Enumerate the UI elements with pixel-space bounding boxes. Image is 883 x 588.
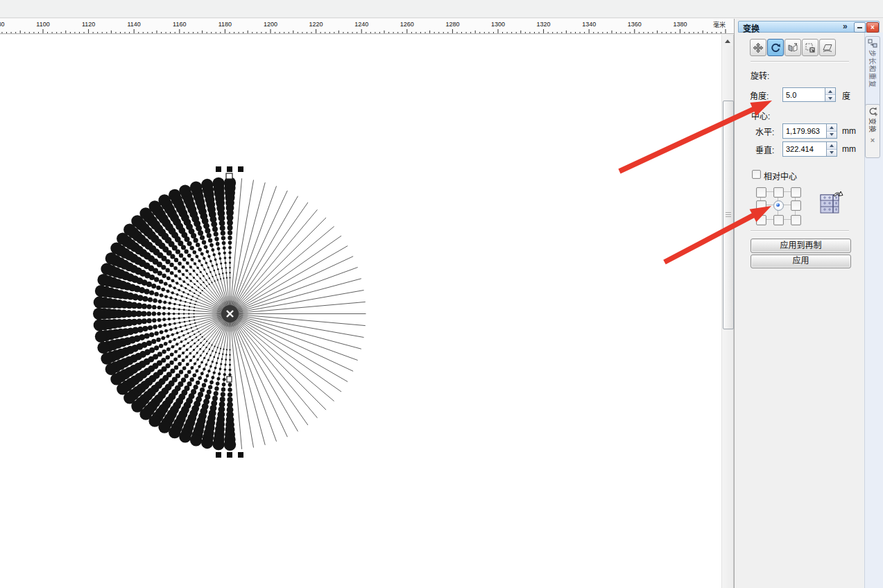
- vertical-label: 垂直:: [755, 144, 774, 155]
- scale-mirror-icon: [787, 42, 798, 53]
- anchor-middle-left[interactable]: [756, 200, 766, 211]
- anchor-top-right[interactable]: [791, 187, 801, 198]
- docker-close-button[interactable]: ×: [866, 22, 879, 33]
- thumb-grip-icon: [726, 212, 731, 213]
- angle-spinbox: [782, 87, 836, 102]
- docker-chevron-button[interactable]: »: [843, 21, 848, 31]
- anchor-bottom-center[interactable]: [773, 215, 784, 225]
- apply-to-duplicate-button[interactable]: 应用到再制: [751, 239, 851, 253]
- transform-docker-panel: [734, 19, 883, 588]
- divider: [751, 230, 849, 232]
- tool-rotate-button[interactable]: [767, 39, 784, 56]
- tool-position-button[interactable]: [750, 39, 766, 56]
- anchor-bottom-left[interactable]: [756, 215, 766, 225]
- svg-text:1120: 1120: [82, 21, 95, 28]
- spin-up-button[interactable]: [825, 88, 835, 94]
- vertical-unit-label: mm: [842, 144, 856, 154]
- angle-label: 角度:: [750, 89, 769, 101]
- angle-unit-label: 度: [842, 89, 850, 101]
- ruler-ticks: 1080110011201140116011801200122012401260…: [0, 19, 734, 34]
- copies-grid-icon[interactable]: [820, 191, 843, 217]
- tab-transform[interactable]: 变换 ×: [865, 104, 880, 158]
- skew-icon: [822, 42, 833, 53]
- apply-button[interactable]: 应用: [751, 254, 851, 268]
- tool-size-button[interactable]: [802, 39, 818, 56]
- tab-step-and-repeat[interactable]: 步长和重复: [865, 36, 880, 108]
- svg-text:1360: 1360: [628, 21, 642, 28]
- svg-text:1260: 1260: [400, 21, 414, 28]
- spin-down-button[interactable]: [825, 94, 835, 101]
- transform-icon: [868, 107, 877, 116]
- horizontal-unit-label: mm: [842, 126, 856, 136]
- size-icon: [805, 42, 816, 53]
- spin-down-button[interactable]: [827, 131, 837, 139]
- svg-text:1140: 1140: [128, 21, 141, 28]
- svg-text:1300: 1300: [491, 21, 505, 28]
- tool-skew-button[interactable]: [819, 39, 836, 56]
- scroll-up-button[interactable]: [723, 36, 732, 46]
- rotation-section-label: 旋转:: [751, 69, 769, 81]
- vertical-spinbox: [782, 141, 837, 157]
- anchor-top-center[interactable]: [773, 187, 784, 198]
- relative-center-checkbox[interactable]: [752, 170, 761, 179]
- spin-up-button[interactable]: [827, 124, 837, 131]
- scrollbar-thumb[interactable]: [723, 101, 734, 329]
- svg-text:1200: 1200: [264, 21, 277, 28]
- horizontal-input[interactable]: [783, 124, 828, 138]
- radio-dot-icon: [776, 203, 780, 207]
- horizontal-ruler: 1080110011201140116011801200122012401260…: [0, 19, 734, 34]
- relative-center-label: 相对中心: [764, 170, 797, 182]
- horizontal-spinner: [826, 124, 837, 138]
- anchor-middle-center-selected[interactable]: [773, 200, 784, 211]
- vertical-scrollbar[interactable]: [721, 35, 734, 588]
- angle-input[interactable]: [783, 88, 827, 101]
- svg-text:1380: 1380: [673, 21, 687, 28]
- anchor-bottom-right[interactable]: [791, 215, 801, 225]
- dock-window-icon: [868, 39, 877, 48]
- top-strip: [0, 0, 883, 18]
- svg-text:1080: 1080: [0, 21, 4, 28]
- svg-text:1220: 1220: [309, 21, 323, 28]
- vertical-spinner: [826, 142, 837, 156]
- anchor-point-grid: [756, 187, 800, 224]
- docker-minimize-button[interactable]: [854, 22, 866, 33]
- rotate-icon: [770, 42, 781, 53]
- svg-text:1340: 1340: [582, 21, 596, 28]
- drawing-canvas[interactable]: [0, 35, 721, 588]
- divider: [751, 61, 849, 62]
- tool-scale-mirror-button[interactable]: [785, 39, 801, 56]
- anchor-middle-right[interactable]: [791, 200, 801, 211]
- svg-text:1280: 1280: [445, 21, 459, 28]
- ruler-unit-label: 毫米: [713, 20, 726, 29]
- spin-up-button[interactable]: [827, 142, 837, 149]
- tab-label: 步长和重复: [868, 50, 878, 88]
- docker-title: 变换: [743, 22, 760, 34]
- docker-group-close-button[interactable]: ×: [871, 136, 875, 144]
- position-arrows-icon: [753, 42, 764, 53]
- angle-spinner: [825, 88, 835, 101]
- svg-text:1100: 1100: [36, 21, 49, 28]
- vertical-input[interactable]: [783, 142, 828, 156]
- tab-label: 变换: [868, 118, 878, 133]
- svg-text:1180: 1180: [218, 21, 232, 28]
- minimize-icon: [857, 27, 862, 28]
- up-arrow-icon: [725, 40, 730, 43]
- radial-dot-artwork: [0, 35, 721, 588]
- svg-text:1160: 1160: [173, 21, 186, 28]
- horizontal-label: 水平:: [755, 126, 774, 137]
- center-section-label: 中心:: [751, 110, 770, 121]
- svg-text:1240: 1240: [354, 21, 368, 28]
- svg-text:1320: 1320: [537, 21, 551, 28]
- application-window: 1080110011201140116011801200122012401260…: [0, 0, 883, 588]
- anchor-top-left[interactable]: [756, 187, 766, 198]
- spin-down-button[interactable]: [827, 149, 837, 157]
- docker-title-bar: 变换 » ×: [738, 21, 880, 33]
- horizontal-spinbox: [782, 123, 837, 139]
